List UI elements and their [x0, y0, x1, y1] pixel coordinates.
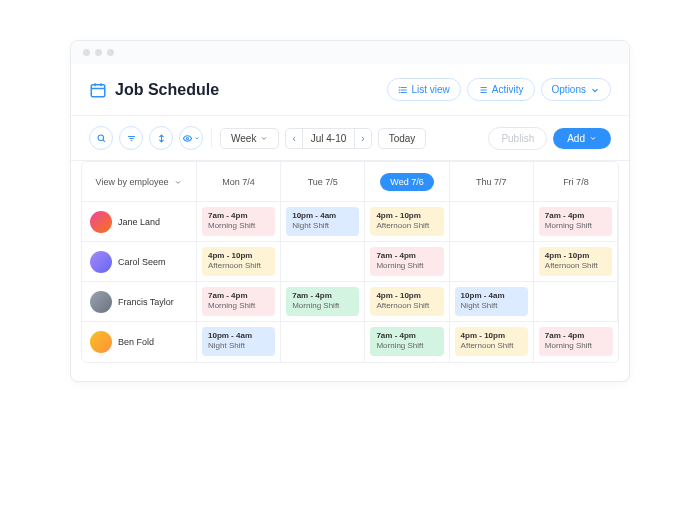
shift-card[interactable]: 7am - 4pmMorning Shift [286, 287, 359, 316]
svg-point-9 [398, 92, 399, 93]
schedule: View by employeeMon 7/4Tue 7/5Wed 7/6Thu… [71, 161, 629, 381]
shift-cell[interactable]: 4pm - 10pmAfternoon Shift [365, 202, 449, 242]
range-label: Week [231, 133, 256, 144]
employee-cell[interactable]: Ben Fold [82, 322, 197, 362]
employee-name: Ben Fold [118, 337, 154, 347]
chevron-down-icon [194, 135, 200, 141]
shift-card[interactable]: 7am - 4pmMorning Shift [202, 207, 275, 236]
shift-time: 4pm - 10pm [376, 291, 437, 301]
shift-name: Morning Shift [545, 221, 606, 231]
employee-cell[interactable]: Jane Land [82, 202, 197, 242]
search-button[interactable] [89, 126, 113, 150]
shift-card[interactable]: 4pm - 10pmAfternoon Shift [202, 247, 275, 276]
add-button[interactable]: Add [553, 128, 611, 149]
svg-rect-0 [91, 84, 105, 96]
view-by-select[interactable]: View by employee [82, 162, 197, 202]
shift-card[interactable]: 10pm - 4amNight Shift [455, 287, 528, 316]
eye-icon [182, 133, 193, 144]
shift-time: 7am - 4pm [208, 291, 269, 301]
shift-name: Morning Shift [545, 341, 607, 351]
filter-button[interactable] [119, 126, 143, 150]
shift-cell[interactable] [450, 242, 534, 282]
shift-card[interactable]: 10pm - 4amNight Shift [286, 207, 359, 236]
shift-card[interactable]: 4pm - 10pmAfternoon Shift [539, 247, 612, 276]
shift-cell[interactable] [281, 322, 365, 362]
traffic-dot [83, 49, 90, 56]
prev-button[interactable]: ‹ [286, 129, 301, 148]
chevron-down-icon [174, 178, 182, 186]
shift-time: 7am - 4pm [208, 211, 269, 221]
activity-label: Activity [492, 84, 524, 95]
employee-cell[interactable]: Francis Taylor [82, 282, 197, 322]
shift-card[interactable]: 7am - 4pmMorning Shift [370, 247, 443, 276]
shift-name: Night Shift [461, 301, 522, 311]
day-header[interactable]: Wed 7/6 [365, 162, 449, 202]
header: Job Schedule List view Activity Options [71, 64, 629, 115]
day-header[interactable]: Mon 7/4 [197, 162, 281, 202]
shift-time: 10pm - 4am [208, 331, 269, 341]
sort-icon [156, 133, 167, 144]
list-icon [398, 85, 408, 95]
employee-name: Francis Taylor [118, 297, 174, 307]
avatar [90, 211, 112, 233]
shift-cell[interactable]: 7am - 4pmMorning Shift [534, 202, 618, 242]
date-range: Jul 4-10 [302, 129, 356, 148]
shift-card[interactable]: 7am - 4pmMorning Shift [539, 207, 612, 236]
shift-name: Morning Shift [208, 301, 269, 311]
today-button[interactable]: Today [378, 128, 427, 149]
shift-cell[interactable]: 4pm - 10pmAfternoon Shift [197, 242, 281, 282]
shift-cell[interactable]: 7am - 4pmMorning Shift [281, 282, 365, 322]
publish-button[interactable]: Publish [488, 127, 547, 150]
view-by-label: View by employee [96, 177, 169, 187]
options-button[interactable]: Options [541, 78, 611, 101]
shift-name: Afternoon Shift [208, 261, 269, 271]
toolbar: Week ‹ Jul 4-10 › Today Publish Add [71, 115, 629, 161]
shift-cell[interactable]: 7am - 4pmMorning Shift [197, 202, 281, 242]
avatar [90, 331, 112, 353]
day-header[interactable]: Fri 7/8 [534, 162, 618, 202]
svg-line-14 [102, 139, 104, 141]
range-select[interactable]: Week [220, 128, 279, 149]
shift-name: Morning Shift [376, 261, 437, 271]
next-button[interactable]: › [355, 129, 370, 148]
shift-cell[interactable] [281, 242, 365, 282]
shift-time: 4pm - 10pm [461, 331, 522, 341]
shift-cell[interactable]: 7am - 4pmMorning Shift [365, 242, 449, 282]
shift-time: 7am - 4pm [545, 211, 606, 221]
shift-card[interactable]: 4pm - 10pmAfternoon Shift [370, 287, 443, 316]
shift-cell[interactable]: 4pm - 10pmAfternoon Shift [534, 242, 618, 282]
day-header[interactable]: Tue 7/5 [281, 162, 365, 202]
shift-cell[interactable]: 10pm - 4amNight Shift [281, 202, 365, 242]
avatar [90, 291, 112, 313]
shift-time: 4pm - 10pm [376, 211, 437, 221]
shift-time: 10pm - 4am [292, 211, 353, 221]
shift-card[interactable]: 7am - 4pmMorning Shift [202, 287, 275, 316]
shift-card[interactable]: 7am - 4pmMorning Shift [370, 327, 443, 356]
shift-cell[interactable]: 4pm - 10pmAfternoon Shift [365, 282, 449, 322]
visibility-button[interactable] [179, 126, 203, 150]
shift-cell[interactable] [534, 282, 618, 322]
day-header[interactable]: Thu 7/7 [450, 162, 534, 202]
employee-cell[interactable]: Carol Seem [82, 242, 197, 282]
shift-cell[interactable] [450, 202, 534, 242]
shift-card[interactable]: 10pm - 4amNight Shift [202, 327, 275, 356]
shift-cell[interactable]: 4pm - 10pmAfternoon Shift [450, 322, 534, 362]
shift-cell[interactable]: 10pm - 4amNight Shift [450, 282, 534, 322]
employee-name: Carol Seem [118, 257, 166, 267]
shift-cell[interactable]: 7am - 4pmMorning Shift [534, 322, 618, 362]
sort-button[interactable] [149, 126, 173, 150]
employee-name: Jane Land [118, 217, 160, 227]
add-label: Add [567, 133, 585, 144]
activity-button[interactable]: Activity [467, 78, 535, 101]
shift-cell[interactable]: 7am - 4pmMorning Shift [197, 282, 281, 322]
shift-card[interactable]: 7am - 4pmMorning Shift [539, 327, 613, 356]
shift-card[interactable]: 4pm - 10pmAfternoon Shift [455, 327, 528, 356]
shift-cell[interactable]: 10pm - 4amNight Shift [197, 322, 281, 362]
shift-name: Morning Shift [292, 301, 353, 311]
date-navigator: ‹ Jul 4-10 › [285, 128, 371, 149]
shift-cell[interactable]: 7am - 4pmMorning Shift [365, 322, 449, 362]
app-window: Job Schedule List view Activity Options … [70, 40, 630, 382]
shift-card[interactable]: 4pm - 10pmAfternoon Shift [370, 207, 443, 236]
list-view-button[interactable]: List view [387, 78, 461, 101]
shift-name: Afternoon Shift [376, 301, 437, 311]
